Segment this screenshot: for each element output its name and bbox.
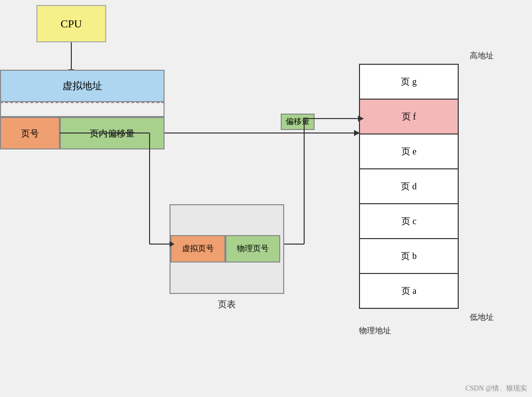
phys-mem-cell-4: 页 c <box>359 203 459 239</box>
page-table-virt-label: 虚拟页号 <box>182 244 214 254</box>
page-table-phys-label: 物理页号 <box>237 244 269 254</box>
arrow-cpu-down <box>71 42 72 70</box>
page-offset-label: 页内偏移量 <box>90 128 135 139</box>
physical-memory-cells: 页 g页 f页 e页 d页 c页 b页 a <box>359 64 459 309</box>
phys-mem-cell-0: 页 g <box>359 64 459 100</box>
watermark-text: CSDN @情、狠现实 <box>465 385 527 392</box>
offset-badge-label: 偏移量 <box>286 117 310 126</box>
low-address-label: 低地址 <box>470 312 494 323</box>
page-table-row: 虚拟页号 物理页号 <box>171 235 283 263</box>
physical-memory: 高地址 页 g页 f页 e页 d页 c页 b页 a 低地址 物理地址 <box>359 65 459 309</box>
offset-badge: 偏移量 <box>281 114 315 130</box>
virtual-address-dashed <box>0 102 165 117</box>
page-offset-box: 页内偏移量 <box>60 117 165 149</box>
cpu-box: CPU <box>36 5 106 42</box>
virtual-address-label: 虚拟地址 <box>62 79 102 93</box>
page-number-label: 页号 <box>21 128 39 139</box>
page-number-box: 页号 <box>0 117 60 149</box>
phys-mem-cell-1: 页 f <box>359 99 459 134</box>
phys-mem-cell-5: 页 b <box>359 238 459 274</box>
page-table-label: 页表 <box>218 298 236 310</box>
diagram: CPU 虚拟地址 页号 页内偏移量 虚拟页号 物理页号 页表 偏移量 高地址 页… <box>0 0 532 397</box>
phys-mem-cell-3: 页 d <box>359 168 459 204</box>
page-table-container: 虚拟页号 物理页号 页表 <box>170 204 284 294</box>
physical-address-label: 物理地址 <box>359 326 391 336</box>
page-table-virt: 虚拟页号 <box>171 235 225 263</box>
page-table-phys: 物理页号 <box>225 235 280 263</box>
cpu-label: CPU <box>61 17 82 30</box>
phys-mem-cell-6: 页 a <box>359 273 459 309</box>
virtual-address-box: 虚拟地址 <box>0 70 165 102</box>
high-address-label: 高地址 <box>470 51 494 61</box>
phys-mem-cell-2: 页 e <box>359 133 459 169</box>
watermark: CSDN @情、狠现实 <box>465 384 527 393</box>
